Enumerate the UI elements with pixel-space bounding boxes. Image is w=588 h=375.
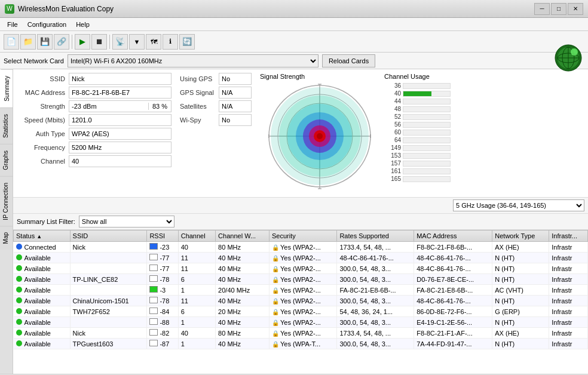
save-button[interactable]: 💾 xyxy=(37,34,53,50)
rssi-bar xyxy=(149,254,158,260)
col-rssi[interactable]: RSSI xyxy=(147,230,178,242)
lock-icon: 🔒 xyxy=(272,266,279,272)
table-row[interactable]: Available-88140 MHz🔒Yes (WPA2-...300.0, … xyxy=(14,317,588,328)
filter-select[interactable]: Show all xyxy=(79,216,174,228)
col-network-type[interactable]: Network Type xyxy=(492,230,549,242)
ssid-row: SSID Nick xyxy=(18,73,172,85)
security-text: Yes (WPA2-... xyxy=(280,254,321,262)
col-mac[interactable]: MAC Address xyxy=(414,230,492,242)
filter-button[interactable]: ▼ xyxy=(129,34,145,50)
col-status[interactable]: Status ▲ xyxy=(14,230,71,242)
cell-security: 🔒Yes (WPA2-... xyxy=(269,263,336,274)
rssi-bar xyxy=(149,243,158,250)
svg-point-6 xyxy=(571,48,578,56)
cell-infra: Infrastr xyxy=(549,285,588,296)
tab-summary[interactable]: Summary xyxy=(0,69,13,107)
table-row[interactable]: AvailableNick-824080 MHz🔒Yes (WPA2-...17… xyxy=(14,328,588,339)
cell-security: 🔒Yes (WPA2-... xyxy=(269,317,336,328)
menu-configuration[interactable]: Configuration xyxy=(23,20,71,29)
table-row[interactable]: ConnectedNick-234080 MHz🔒Yes (WPA2-...17… xyxy=(14,242,588,253)
col-security[interactable]: Security xyxy=(269,230,336,242)
menu-file[interactable]: File xyxy=(2,20,23,29)
rssi-value: -84 xyxy=(160,308,169,315)
rssi-value: -82 xyxy=(160,330,169,337)
cell-rates: 300.0, 54, 48, 3... xyxy=(337,339,414,349)
cell-rates: 1733.4, 54, 48, ... xyxy=(337,328,414,339)
channel-usage-select[interactable]: 5 GHz Usage (36-64, 149-165) xyxy=(453,199,584,211)
channel-number: 64 xyxy=(384,137,401,143)
tab-graphs[interactable]: Graphs xyxy=(0,144,13,176)
cell-security: 🔒Yes (WPA2-... xyxy=(269,242,336,253)
netcard-select[interactable]: Intel(R) Wi-Fi 6 AX200 160MHz xyxy=(68,54,318,67)
table-row[interactable]: AvailableTWH72F652-84620 MHz🔒Yes (WPA2-.… xyxy=(14,306,588,317)
tab-ip-connection[interactable]: IP Connection xyxy=(0,176,13,226)
status-text: Available xyxy=(24,297,51,305)
channel-value: 40 xyxy=(69,155,172,167)
stop-button[interactable]: ⏹ xyxy=(91,34,107,50)
rssi-value: -87 xyxy=(160,340,169,348)
status-text: Available xyxy=(24,254,51,262)
table-row[interactable]: Available-771140 MHz🔒Yes (WPA2-...300.0,… xyxy=(14,263,588,274)
cell-rssi: -82 xyxy=(147,328,178,339)
freq-label: Frequency xyxy=(18,144,69,151)
cell-network-type: N (HT) xyxy=(492,253,549,263)
tab-statistics[interactable]: Statistics xyxy=(0,107,13,144)
link-button[interactable]: 🔗 xyxy=(54,34,69,50)
cell-channel: 11 xyxy=(178,253,215,263)
cell-network-type: AX (HE) xyxy=(492,328,549,339)
channel-number: 56 xyxy=(384,121,401,128)
col-channel[interactable]: Channel xyxy=(178,230,215,242)
ssid-label: SSID xyxy=(18,75,69,82)
freq-value: 5200 MHz xyxy=(69,142,172,153)
network-map-button[interactable]: 🗺 xyxy=(146,34,161,50)
cell-channel: 1 xyxy=(178,317,215,328)
maximize-button[interactable]: □ xyxy=(551,3,566,15)
channel-bar-container xyxy=(403,91,451,97)
netcard-label: Select Network Card xyxy=(4,57,64,64)
channel-usage-panel: Channel Usage 36404448525660641491531571… xyxy=(379,73,583,193)
rssi-bar xyxy=(149,265,158,271)
table-row[interactable]: AvailableTPGuest1603-87140 MHz🔒Yes (WPA-… xyxy=(14,339,588,349)
col-rates[interactable]: Rates Supported xyxy=(337,230,414,242)
cell-infra: Infrastr xyxy=(549,306,588,317)
cell-channel-width: 20/40 MHz xyxy=(216,285,270,296)
col-ssid[interactable]: SSID xyxy=(70,230,147,242)
info-button[interactable]: ℹ xyxy=(163,34,178,50)
open-button[interactable]: 📁 xyxy=(20,34,36,50)
cell-channel-width: 40 MHz xyxy=(216,317,270,328)
table-area[interactable]: Status ▲ SSID RSSI Channel Channel W... … xyxy=(13,230,588,374)
channel-row: 48 xyxy=(384,106,578,112)
cell-channel-width: 40 MHz xyxy=(216,274,270,285)
table-row[interactable]: AvailableTP-LINK_CE82-78640 MHz🔒Yes (WPA… xyxy=(14,274,588,285)
col-infra[interactable]: Infrastr... xyxy=(549,230,588,242)
menubar: File Configuration Help xyxy=(0,18,588,31)
rssi-bar xyxy=(149,329,158,336)
channel-number: 48 xyxy=(384,106,401,112)
channel-number: 44 xyxy=(384,98,401,104)
mac-row: MAC Address F8-8C-21-F8-6B-E7 xyxy=(18,87,172,99)
cell-mac: F8-8C-21-F8-6B-... xyxy=(414,242,492,253)
rssi-bar xyxy=(149,286,158,293)
cell-rssi: -78 xyxy=(147,274,178,285)
lock-icon: 🔒 xyxy=(272,341,279,348)
status-text: Available xyxy=(24,340,51,348)
reload-cards-button[interactable]: Reload Cards xyxy=(322,54,375,67)
minimize-button[interactable]: ─ xyxy=(534,3,550,15)
run-button[interactable]: ▶ xyxy=(75,34,90,50)
new-button[interactable]: 📄 xyxy=(4,34,19,50)
refresh-button[interactable]: 🔄 xyxy=(179,34,195,50)
networks-table: Status ▲ SSID RSSI Channel Channel W... … xyxy=(13,230,588,349)
table-row[interactable]: Available-771140 MHz🔒Yes (WPA2-...48-4C-… xyxy=(14,253,588,263)
channel-bar-container xyxy=(403,114,451,120)
channel-row: 161 xyxy=(384,168,578,174)
col-channel-w[interactable]: Channel W... xyxy=(216,230,270,242)
status-dot xyxy=(16,254,22,260)
cell-ssid xyxy=(70,253,147,263)
scan-button[interactable]: 📡 xyxy=(112,34,128,50)
cell-status: Connected xyxy=(14,242,71,253)
table-row[interactable]: AvailableChinaUnicom-1501-781140 MHz🔒Yes… xyxy=(14,296,588,306)
close-button[interactable]: ✕ xyxy=(568,3,583,15)
menu-help[interactable]: Help xyxy=(71,20,94,29)
table-row[interactable]: Available-3120/40 MHz🔒Yes (WPA2-...FA-8C… xyxy=(14,285,588,296)
tab-map[interactable]: Map xyxy=(0,226,13,250)
